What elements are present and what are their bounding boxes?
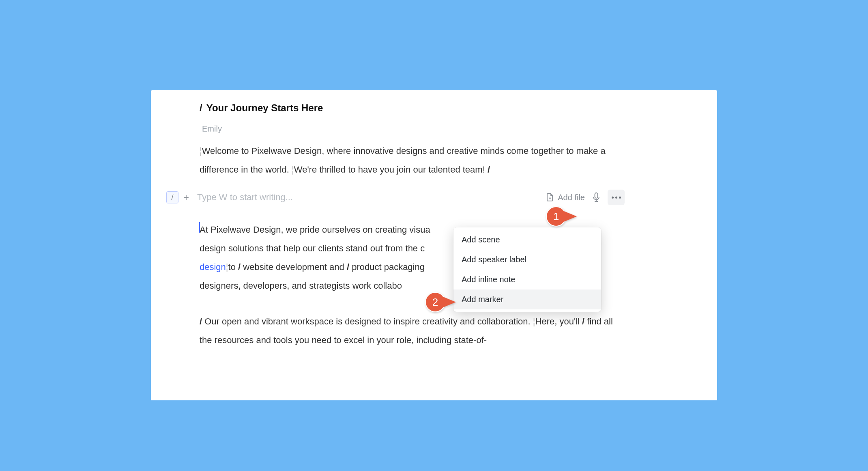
menu-item-add-marker[interactable]: Add marker (453, 290, 601, 309)
p2-mid1: to (228, 262, 236, 272)
p2-line4: designers, developers, and strategists w… (200, 281, 402, 291)
p1-end-slash: / (488, 164, 490, 175)
more-options-menu: Add scene Add speaker label Add inline n… (453, 227, 601, 312)
author-label[interactable]: Emily (200, 124, 685, 134)
dots-icon (615, 197, 617, 199)
slash: / (582, 316, 584, 326)
annotation-callout-2: 2 (425, 292, 456, 312)
callout-pointer-icon (442, 296, 456, 308)
microphone-icon (592, 192, 600, 203)
add-file-label: Add file (558, 193, 585, 202)
p3-t2: Here, you'll (535, 316, 580, 326)
callout-pointer-icon (563, 211, 577, 222)
file-plus-icon (546, 192, 554, 202)
p2-mid3: product packaging (352, 262, 425, 272)
document-header: / Your Journey Starts Here (200, 102, 685, 114)
input-actions: Add file (546, 190, 625, 205)
menu-item-add-inline-note[interactable]: Add inline note (453, 270, 601, 290)
p1-sentence-2: We're thrilled to have you join our tale… (294, 164, 485, 175)
page-title[interactable]: Your Journey Starts Here (206, 102, 323, 114)
stage: / Your Journey Starts Here Emily ¦Welcom… (127, 71, 741, 400)
dots-icon (619, 197, 621, 199)
add-block-button[interactable]: + (183, 192, 189, 203)
design-link[interactable]: design (200, 262, 226, 272)
more-options-button[interactable] (608, 190, 625, 205)
editor-page: / Your Journey Starts Here Emily ¦Welcom… (151, 90, 717, 400)
slash: / (200, 316, 202, 326)
add-file-button[interactable]: Add file (546, 192, 585, 202)
record-button[interactable] (592, 192, 600, 203)
slash: / (347, 262, 349, 272)
paragraph-2-wrap: At Pixelwave Design, we pride ourselves … (200, 220, 685, 295)
header-slash: / (200, 102, 202, 114)
menu-item-add-scene[interactable]: Add scene (453, 230, 601, 250)
p2-line1: At Pixelwave Design, we pride ourselves … (200, 225, 430, 235)
annotation-callout-1: 1 (546, 206, 577, 227)
slash: / (238, 262, 241, 272)
paragraph-3[interactable]: / Our open and vibrant workspace is desi… (200, 312, 613, 350)
p3-t1: Our open and vibrant workspace is design… (204, 316, 530, 326)
dots-icon (612, 197, 614, 199)
paragraph-1[interactable]: ¦Welcome to Pixelwave Design, where inno… (200, 142, 613, 179)
slash-label: / (171, 193, 173, 202)
text-cursor (199, 222, 200, 233)
p2-mid2: website development and (243, 262, 344, 272)
input-row: / + Type W to start writing... Add file (166, 190, 625, 205)
slash-command-button[interactable]: / (166, 191, 178, 203)
p2-line2: design solutions that help our clients s… (200, 243, 425, 253)
editor-placeholder[interactable]: Type W to start writing... (194, 192, 541, 203)
menu-item-add-speaker-label[interactable]: Add speaker label (453, 250, 601, 270)
svg-rect-0 (595, 193, 598, 198)
